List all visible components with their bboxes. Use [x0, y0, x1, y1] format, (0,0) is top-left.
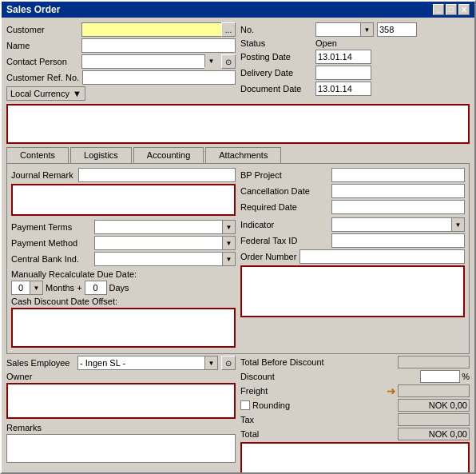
indicator-arrow[interactable]: ▼ [451, 218, 464, 231]
document-date-input[interactable] [315, 82, 371, 96]
tab-content-accounting: Journal Remark Payment Terms ▼ [6, 163, 470, 354]
bottom-section: Sales Employee ▼ ⊙ Owner Remarks [6, 356, 470, 474]
indicator-input[interactable] [332, 218, 451, 231]
contact-dropdown-icon[interactable]: ▼ [204, 54, 217, 67]
contact-input-group: ▼ [81, 54, 217, 69]
total-input[interactable] [398, 428, 470, 440]
sales-employee-input[interactable] [78, 356, 204, 369]
months-arrow[interactable]: ▼ [30, 281, 42, 294]
header-section: Customer ... Name Contact Person ▼ [6, 22, 470, 102]
tabs-row: Contents Logistics Accounting Attachment… [6, 147, 470, 163]
customer-ref-input[interactable] [82, 70, 236, 85]
sales-employee-select: ▼ [77, 356, 218, 370]
payment-method-input[interactable] [95, 237, 222, 249]
tab-attachments[interactable]: Attachments [205, 147, 281, 163]
cancellation-date-input[interactable] [331, 184, 465, 198]
tab-contents[interactable]: Contents [6, 147, 69, 163]
total-before-discount-row: Total Before Discount [240, 356, 470, 368]
contact-lookup-icon[interactable]: ⊙ [221, 54, 236, 69]
tab-logistics[interactable]: Logistics [70, 147, 132, 163]
cash-discount-label: Cash Discount Date Offset: [11, 297, 236, 306]
customer-ref-label: Customer Ref. No. [6, 73, 79, 82]
freight-icon[interactable]: ➜ [387, 384, 396, 397]
discount-input[interactable] [420, 370, 460, 383]
rounding-row: Rounding [240, 399, 470, 412]
total-row: Total [240, 428, 470, 440]
freight-group: ➜ [387, 384, 470, 397]
payment-terms-label: Payment Terms [11, 222, 91, 232]
central-bank-label: Central Bank Ind. [11, 254, 91, 264]
discount-label: Discount [240, 372, 336, 381]
order-number-textarea[interactable] [240, 265, 465, 317]
name-input[interactable] [81, 38, 236, 53]
no-type-input[interactable] [316, 23, 360, 36]
sales-employee-arrow[interactable]: ▼ [204, 356, 217, 369]
name-row: Name [6, 38, 236, 53]
local-currency-select[interactable]: Local Currency ▼ [6, 86, 85, 101]
bottom-left: Sales Employee ▼ ⊙ Owner Remarks [6, 356, 236, 474]
days-input[interactable] [85, 281, 107, 295]
days-label: Days [109, 283, 129, 293]
central-bank-arrow[interactable]: ▼ [222, 253, 235, 265]
manually-recalc-section: Manually Recalculate Due Date: ▼ Months … [11, 269, 236, 295]
rounding-checkbox[interactable] [240, 400, 250, 410]
customer-lookup-icon[interactable]: ... [221, 22, 236, 37]
central-bank-select: ▼ [94, 252, 236, 266]
indicator-label: Indicator [240, 220, 328, 229]
freight-input[interactable] [398, 384, 470, 397]
delivery-date-input[interactable] [315, 66, 371, 80]
required-date-input[interactable] [331, 200, 465, 214]
payment-terms-input[interactable] [95, 221, 222, 233]
header-right: No. ▼ Status Open Posting Date [240, 22, 470, 102]
local-currency-text: Local Currency [10, 89, 69, 98]
tax-input[interactable] [398, 413, 470, 426]
close-button[interactable]: X [458, 4, 470, 15]
cancellation-date-label: Cancellation Date [240, 186, 328, 196]
payment-method-arrow[interactable]: ▼ [222, 237, 235, 249]
no-type-arrow[interactable]: ▼ [360, 23, 373, 36]
bp-project-input[interactable] [331, 168, 465, 182]
payment-terms-arrow[interactable]: ▼ [222, 221, 235, 233]
payment-method-select: ▼ [94, 236, 236, 250]
central-bank-input[interactable] [95, 253, 222, 265]
remarks-textarea[interactable] [6, 434, 236, 463]
sales-employee-label: Sales Employee [6, 358, 74, 368]
total-before-discount-label: Total Before Discount [240, 357, 336, 367]
months-input[interactable] [12, 281, 30, 294]
journal-remark-input[interactable] [78, 168, 236, 182]
minimize-button[interactable]: _ [433, 4, 444, 15]
discount-row: Discount % [240, 370, 470, 383]
tab-accounting[interactable]: Accounting [133, 147, 204, 163]
required-date-row: Required Date [240, 200, 465, 214]
customer-ref-row: Customer Ref. No. [6, 70, 236, 85]
cash-discount-section: Cash Discount Date Offset: [11, 297, 236, 349]
rounding-input[interactable] [398, 399, 470, 412]
bottom-right-remarks-textarea[interactable] [240, 442, 470, 474]
bottom-right: Total Before Discount Discount % Freight… [240, 356, 470, 474]
order-number-input[interactable] [299, 249, 465, 264]
document-date-row: Document Date [240, 82, 470, 96]
remarks-row: Remarks [6, 423, 236, 432]
posting-date-input[interactable] [315, 50, 371, 64]
local-currency-row: Local Currency ▼ [6, 86, 236, 101]
no-value-input[interactable] [377, 22, 417, 37]
contact-person-row: Contact Person ▼ ⊙ [6, 54, 236, 69]
indicator-row: Indicator ▼ [240, 217, 465, 232]
owner-textarea[interactable] [6, 383, 236, 419]
payment-terms-select: ▼ [94, 220, 236, 234]
no-label: No. [240, 25, 312, 34]
order-number-label-row: Order Number [240, 249, 465, 264]
status-label: Status [240, 38, 312, 48]
contact-person-input[interactable] [81, 54, 204, 69]
tax-label: Tax [240, 415, 336, 424]
federal-tax-input[interactable] [331, 233, 465, 248]
discount-group: % [420, 370, 470, 383]
bp-project-label: BP Project [240, 170, 328, 180]
total-before-discount-input[interactable] [398, 356, 470, 368]
cash-discount-textarea[interactable] [11, 308, 236, 348]
journal-remark-textarea[interactable] [11, 184, 236, 216]
customer-input[interactable] [81, 22, 221, 37]
central-bank-row: Central Bank Ind. ▼ [11, 252, 236, 266]
sales-employee-icon[interactable]: ⊙ [221, 356, 236, 370]
maximize-button[interactable]: □ [446, 4, 457, 15]
